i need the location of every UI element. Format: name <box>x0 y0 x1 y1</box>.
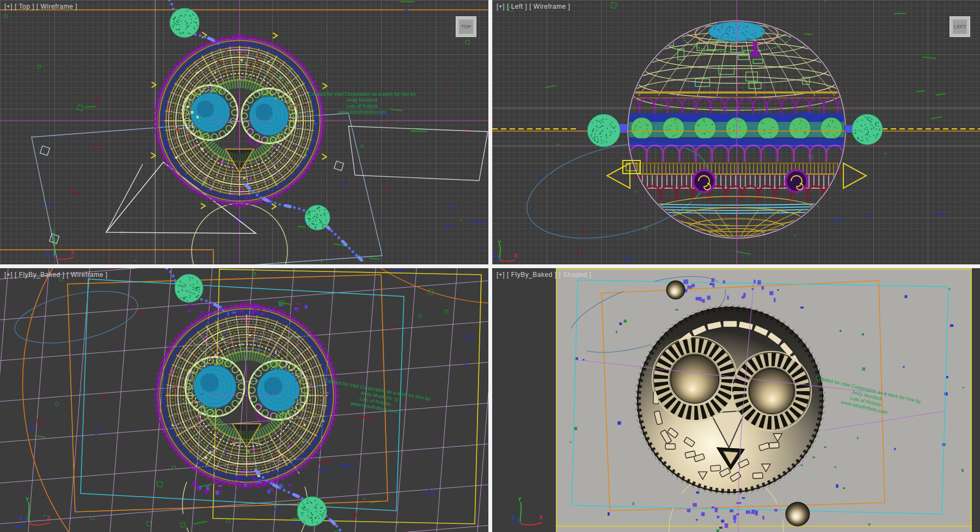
viewport-flyby-wire-label[interactable]: [+] [ FlyBy_Baked ] [ Wireframe ] <box>4 271 108 279</box>
viewcube-left[interactable]: LEFT <box>950 16 970 37</box>
axis-x-label: X <box>539 515 543 521</box>
axis-y-label: Y <box>52 232 56 238</box>
axis-tripod: Y X Z <box>492 240 530 264</box>
viewcube-top[interactable]: TOP <box>456 16 476 37</box>
viewport-top-artwork <box>0 0 488 264</box>
axis-tripod: Y X Z <box>504 495 553 529</box>
axis-x-label: X <box>71 250 75 256</box>
viewport-top[interactable]: [+] [ Top ] [ Wireframe ] TOP Created fo… <box>0 0 488 264</box>
viewport-flyby-shaded[interactable]: [+] [ FlyBy_Baked ] [ Shaded ] Created f… <box>492 268 980 532</box>
axis-x-label: X <box>514 253 518 259</box>
viewport-quad-layout: [+] [ Top ] [ Wireframe ] TOP Created fo… <box>0 0 980 532</box>
watermark-line: Andy Murdock <box>305 97 419 103</box>
axis-z-label: Z <box>512 515 515 521</box>
viewport-flyby-wireframe[interactable]: [+] [ FlyBy_Baked ] [ Wireframe ] Create… <box>0 268 488 532</box>
axis-tripod: Y X Z <box>39 232 88 263</box>
watermark-line: Created for Intel Corporation as a work … <box>305 91 419 97</box>
watermark-line: Lots of Robots <box>305 103 419 109</box>
axis-tripod: Y X Z <box>12 495 61 529</box>
viewport-top-label[interactable]: [+] [ Top ] [ Wireframe ] <box>4 3 77 10</box>
watermark: Created for Intel Corporation as a work … <box>317 377 434 420</box>
axis-x-label: X <box>47 515 51 521</box>
axis-y-label: Y <box>26 497 29 503</box>
viewport-left-label[interactable]: [+] [ Left ] [ Wireframe ] <box>497 3 570 10</box>
watermark: Created for Intel Corporation as a work … <box>808 374 925 423</box>
viewport-flyby-shaded-label[interactable]: [+] [ FlyBy_Baked ] [ Shaded ] <box>497 271 591 279</box>
axis-z-label: Z <box>493 252 496 258</box>
axis-y-label: Y <box>498 240 501 246</box>
watermark-line: www.lotsofrobots.com <box>305 109 419 115</box>
axis-z-label: Z <box>20 515 23 521</box>
axis-z-label: Z <box>46 250 50 256</box>
watermark: Created for Intel Corporation as a work … <box>305 91 419 115</box>
viewport-left[interactable]: [+] [ Left ] [ Wireframe ] LEFT Y X Z <box>492 0 980 264</box>
viewport-left-artwork <box>492 0 980 264</box>
axis-y-label: Y <box>518 497 522 503</box>
